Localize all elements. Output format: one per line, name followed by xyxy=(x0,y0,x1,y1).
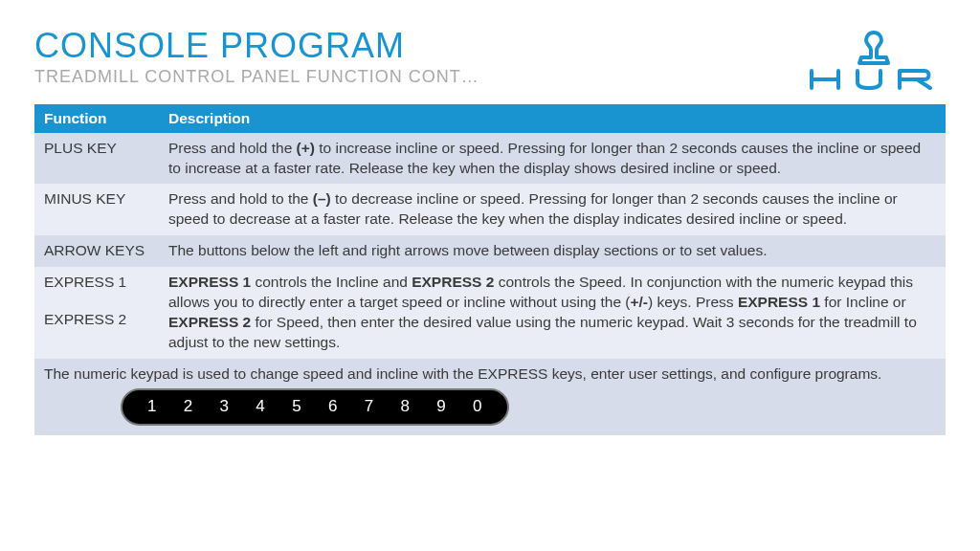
func-desc: The buttons below the left and right arr… xyxy=(159,235,946,267)
col-description: Description xyxy=(159,104,946,133)
table-row: ARROW KEYS The buttons below the left an… xyxy=(34,235,946,267)
keypad-digit: 3 xyxy=(220,397,229,415)
keypad-digit: 2 xyxy=(184,397,192,415)
hur-logo-icon xyxy=(802,31,946,90)
numeric-keypad-icon: 1 2 3 4 5 6 7 8 9 0 xyxy=(121,388,509,426)
footer-text: The numeric keypad is used to change spe… xyxy=(44,364,936,385)
col-function: Function xyxy=(34,104,159,133)
keypad-digit: 6 xyxy=(328,397,337,415)
table-row: EXPRESS 1 EXPRESS 2 EXPRESS 1 controls t… xyxy=(34,267,946,359)
keypad-digit: 4 xyxy=(256,397,264,415)
func-label: EXPRESS 1 EXPRESS 2 xyxy=(34,267,159,359)
keypad-digit: 7 xyxy=(365,397,373,415)
table-row: PLUS KEY Press and hold the (+) to incre… xyxy=(34,133,946,185)
keypad-digit: 8 xyxy=(400,397,409,415)
func-desc: EXPRESS 1 controls the Incline and EXPRE… xyxy=(159,267,946,359)
func-desc: Press and hold to the (–) to decrease in… xyxy=(159,184,946,235)
func-label: MINUS KEY xyxy=(34,184,159,235)
table-header-row: Function Description xyxy=(34,104,946,133)
table-row: MINUS KEY Press and hold to the (–) to d… xyxy=(34,184,946,235)
function-table: Function Description PLUS KEY Press and … xyxy=(34,104,946,435)
header: CONSOLE PROGRAM TREADMILL CONTROL PANEL … xyxy=(34,27,946,87)
func-label: ARROW KEYS xyxy=(34,235,159,267)
keypad-digit: 0 xyxy=(473,397,481,415)
func-label: PLUS KEY xyxy=(34,133,159,185)
func-desc: Press and hold the (+) to increase incli… xyxy=(159,133,946,185)
keypad-digit: 1 xyxy=(147,397,156,415)
keypad-digit: 9 xyxy=(436,397,445,415)
keypad-digit: 5 xyxy=(292,397,301,415)
table-footer-row: The numeric keypad is used to change spe… xyxy=(34,359,946,435)
